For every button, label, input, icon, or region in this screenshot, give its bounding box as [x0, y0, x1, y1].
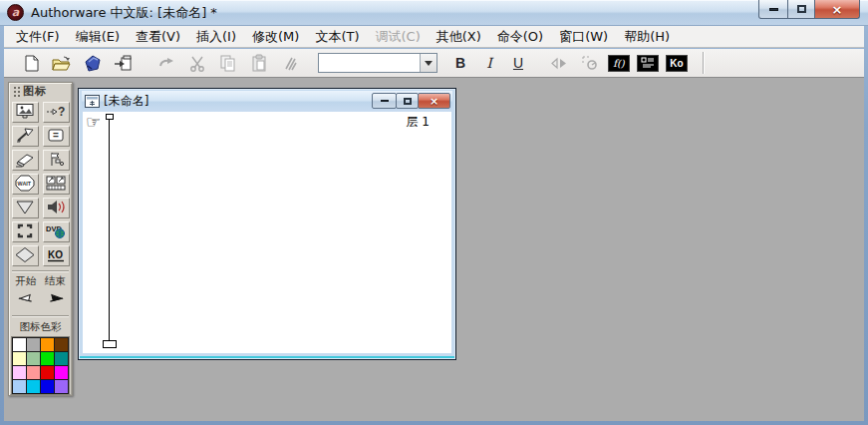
text-styles-button — [277, 51, 303, 75]
underline-button[interactable]: U — [505, 52, 531, 74]
display-icon — [14, 103, 36, 123]
menu-item-1[interactable]: 文件(F) — [8, 26, 68, 47]
palette-interaction-button[interactable]: ? — [43, 102, 70, 123]
design-flowline-area[interactable]: ☞ 层 1 — [83, 112, 451, 353]
flowline-end-marker[interactable] — [103, 340, 117, 348]
color-swatch-6[interactable] — [27, 352, 40, 365]
menu-item-8[interactable]: 其他(X) — [429, 26, 489, 47]
functions-button[interactable]: f() — [608, 55, 630, 72]
color-swatch-9[interactable] — [13, 366, 26, 379]
palette-wait-button[interactable]: WAIT — [12, 174, 39, 195]
map-icon — [45, 151, 67, 171]
import-button[interactable] — [111, 51, 137, 75]
palette-erase-button[interactable] — [12, 150, 39, 171]
flowline[interactable] — [109, 119, 110, 344]
design-minimize-button[interactable] — [372, 93, 397, 109]
svg-text:=: = — [53, 130, 59, 141]
combobox-dropdown-button[interactable] — [420, 54, 436, 72]
color-swatch-11[interactable] — [41, 366, 54, 379]
color-swatch-4[interactable] — [55, 338, 68, 351]
color-swatch-2[interactable] — [27, 338, 40, 351]
interaction-icon: ? — [45, 103, 67, 123]
menu-item-6[interactable]: 文本(T) — [307, 26, 367, 47]
icon-palette-titlebar[interactable]: 图标 — [9, 83, 72, 100]
palette-sound-button[interactable] — [43, 198, 70, 218]
minimize-button[interactable] — [758, 0, 788, 19]
color-swatch-12[interactable] — [55, 366, 68, 379]
bold-button[interactable]: B — [447, 52, 473, 74]
text-style-combobox[interactable] — [318, 53, 437, 73]
menu-item-4[interactable]: 插入(I) — [188, 26, 244, 47]
authorware-logo-icon: a — [7, 4, 24, 21]
decision-icon — [14, 246, 36, 266]
palette-digital-movie-button[interactable] — [43, 174, 70, 195]
motion-icon — [14, 127, 36, 147]
maximize-button[interactable] — [787, 0, 815, 19]
knowledge-objects-label: Ko — [670, 58, 683, 69]
minimize-icon — [769, 8, 778, 11]
palette-map-button[interactable] — [43, 150, 70, 171]
svg-text:KO: KO — [48, 249, 63, 260]
color-swatch-15[interactable] — [41, 380, 54, 393]
palette-framework-button[interactable] — [12, 221, 39, 242]
start-flag-icon — [16, 290, 38, 307]
color-swatch-16[interactable] — [55, 380, 68, 393]
menu-item-11[interactable]: 帮助(H) — [616, 26, 678, 47]
italic-button[interactable]: I — [476, 52, 502, 74]
palette-knowledge-object-button[interactable]: KO — [43, 245, 70, 266]
color-swatch-10[interactable] — [27, 366, 40, 379]
minimize-icon — [381, 100, 389, 102]
copy-pages-icon — [218, 54, 238, 73]
palette-dvd-button[interactable]: DVD — [43, 221, 70, 242]
palette-display-button[interactable] — [12, 102, 39, 123]
color-swatch-5[interactable] — [13, 352, 26, 365]
text-style-value — [319, 54, 420, 72]
paste-hand-icon[interactable]: ☞ — [86, 114, 101, 131]
layer-label: 层 1 — [407, 114, 430, 131]
color-swatch-1[interactable] — [13, 338, 26, 351]
framework-icon — [14, 222, 36, 242]
design-close-button[interactable]: × — [418, 93, 450, 109]
palette-calculation-button[interactable]: = — [43, 126, 70, 147]
design-window-titlebar[interactable]: [未命名] × — [82, 91, 452, 112]
palette-motion-button[interactable] — [12, 126, 39, 147]
close-icon: × — [832, 3, 843, 16]
end-flag-button[interactable] — [44, 290, 66, 310]
menu-item-5[interactable]: 修改(M) — [244, 26, 307, 47]
color-swatch-7[interactable] — [41, 352, 54, 365]
start-flag-button[interactable] — [16, 290, 38, 310]
end-flag-icon — [44, 290, 66, 307]
knowledge-objects-button[interactable]: Ko — [666, 55, 688, 72]
menu-item-3[interactable]: 查看(V) — [128, 26, 188, 47]
drag-grip-icon[interactable] — [13, 86, 21, 98]
color-swatch-8[interactable] — [55, 352, 68, 365]
copy-button — [215, 51, 241, 75]
cut-button — [184, 51, 210, 75]
window-title: Authorware 中文版: [未命名] * — [31, 0, 217, 25]
variables-button[interactable] — [637, 55, 659, 72]
design-maximize-button[interactable] — [396, 93, 419, 109]
publish-package-icon — [83, 54, 103, 73]
flowline-start-marker[interactable] — [106, 114, 114, 120]
title-bar: a Authorware 中文版: [未命名] * × — [0, 0, 868, 26]
close-button[interactable]: × — [814, 0, 860, 19]
color-swatch-13[interactable] — [13, 380, 26, 393]
menu-item-9[interactable]: 命令(O) — [489, 26, 551, 47]
icon-colors-title: 图标色彩 — [9, 320, 72, 334]
open-file-button[interactable] — [49, 51, 75, 75]
mdi-workspace: 图标 ?=WAITDVDKO 开始 结束 图标色彩 — [4, 78, 864, 421]
menu-item-10[interactable]: 窗口(W) — [551, 26, 616, 47]
palette-decision-button[interactable] — [12, 245, 39, 266]
svg-text:?: ? — [58, 105, 65, 119]
palette-navigate-button[interactable] — [12, 198, 39, 218]
publish-button[interactable] — [80, 51, 106, 75]
close-icon: × — [430, 96, 438, 107]
end-flag-label: 结束 — [45, 274, 66, 286]
design-window-icon — [85, 95, 100, 108]
play-icon — [549, 54, 569, 73]
new-file-button[interactable] — [18, 51, 44, 75]
menu-item-2[interactable]: 编辑(E) — [68, 26, 128, 47]
color-swatch-3[interactable] — [41, 338, 54, 351]
import-icon — [114, 54, 134, 73]
color-swatch-14[interactable] — [27, 380, 40, 393]
